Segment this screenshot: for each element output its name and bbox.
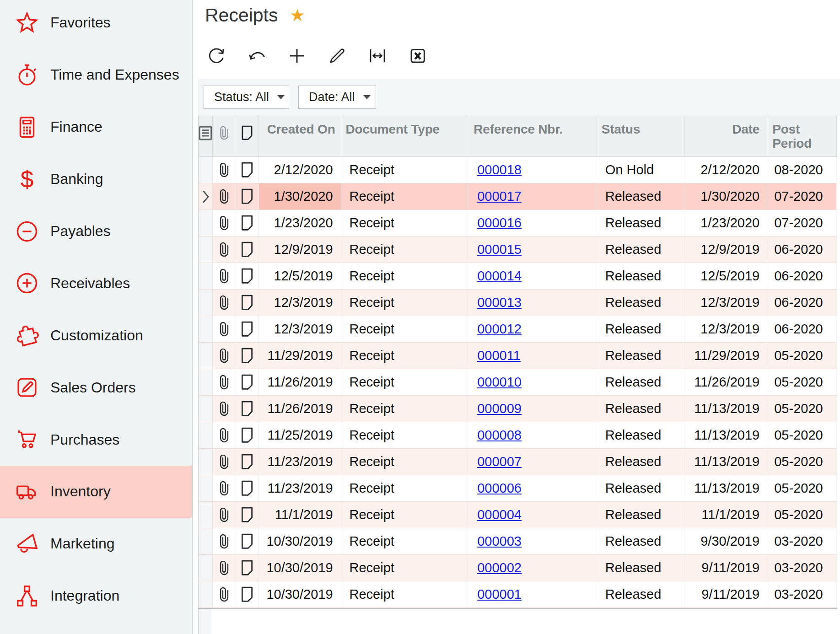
reference-nbr-link[interactable]: 000003 <box>477 534 522 548</box>
document-column-header[interactable] <box>236 116 259 156</box>
reference-nbr-link[interactable]: 000002 <box>477 560 522 575</box>
attachment-cell[interactable] <box>213 369 236 395</box>
sidebar-item-inventory[interactable]: Inventory <box>0 466 192 518</box>
sidebar-item-payables[interactable]: Payables <box>0 205 192 258</box>
attachment-cell[interactable] <box>213 157 236 183</box>
attachment-cell[interactable] <box>213 449 236 475</box>
reference-nbr-link[interactable]: 000008 <box>477 428 522 442</box>
grid-row[interactable]: 11/29/2019Receipt000011Released11/29/201… <box>199 343 837 369</box>
sidebar-item-time-and-expenses[interactable]: Time and Expenses <box>0 49 192 101</box>
grid-row[interactable]: 12/5/2019Receipt000014Released12/5/20190… <box>199 263 837 290</box>
attachment-cell[interactable] <box>213 290 236 316</box>
column-header-document-type[interactable]: Document Type <box>341 116 468 156</box>
sidebar-item-banking[interactable]: $Banking <box>0 153 192 205</box>
grid-row[interactable]: 12/3/2019Receipt000012Released12/3/20190… <box>199 316 837 343</box>
reference-nbr-link[interactable]: 000018 <box>477 162 522 177</box>
reference-nbr-cell: 000018 <box>468 157 597 183</box>
reference-nbr-link[interactable]: 000009 <box>477 401 522 416</box>
sidebar-item-purchases[interactable]: Purchases <box>0 414 192 466</box>
attachment-cell[interactable] <box>213 502 236 528</box>
grid-row[interactable]: 1/23/2020Receipt000016Released1/23/20200… <box>199 210 837 236</box>
reference-nbr-link[interactable]: 000007 <box>477 454 522 469</box>
attachments-column-header[interactable] <box>213 116 236 156</box>
note-cell[interactable] <box>236 343 259 369</box>
column-header-created-on[interactable]: Created On <box>259 116 341 156</box>
grid-row[interactable]: 11/1/2019Receipt000004Released11/1/20190… <box>199 502 837 528</box>
refresh-button[interactable] <box>206 47 226 67</box>
reference-nbr-link[interactable]: 000014 <box>477 269 522 283</box>
column-header-date[interactable]: Date <box>684 116 767 156</box>
note-cell[interactable] <box>236 369 259 395</box>
attachment-cell[interactable] <box>213 183 236 210</box>
note-cell[interactable] <box>236 263 259 289</box>
grid-row[interactable]: 11/23/2019Receipt000006Released11/13/201… <box>199 475 837 502</box>
attachment-cell[interactable] <box>213 236 236 263</box>
attachment-cell[interactable] <box>213 555 236 581</box>
note-cell[interactable] <box>236 449 259 475</box>
attachment-cell[interactable] <box>213 396 236 422</box>
add-button[interactable] <box>287 47 307 67</box>
reference-nbr-link[interactable]: 000017 <box>477 189 522 204</box>
attachment-cell[interactable] <box>213 316 236 342</box>
reference-nbr-link[interactable]: 000016 <box>477 215 522 230</box>
attachment-cell[interactable] <box>213 475 236 501</box>
reference-nbr-link[interactable]: 000015 <box>477 242 522 257</box>
note-cell[interactable] <box>236 475 259 501</box>
grid-row[interactable]: 12/9/2019Receipt000015Released12/9/20190… <box>199 236 837 263</box>
note-cell[interactable] <box>236 210 259 236</box>
note-cell[interactable] <box>236 502 259 528</box>
column-header-reference-nbr[interactable]: Reference Nbr. <box>468 116 597 156</box>
reference-nbr-link[interactable]: 000001 <box>477 587 522 602</box>
note-cell[interactable] <box>236 290 259 316</box>
note-cell[interactable] <box>236 183 259 210</box>
reference-nbr-link[interactable]: 000012 <box>477 322 522 336</box>
note-cell[interactable] <box>236 581 259 607</box>
attachment-cell[interactable] <box>213 343 236 369</box>
sidebar-item-finance[interactable]: Finance <box>0 101 192 153</box>
date-filter-button[interactable]: Date: All <box>298 86 376 109</box>
sidebar-item-receivables[interactable]: Receivables <box>0 257 192 309</box>
note-cell[interactable] <box>236 555 259 581</box>
sidebar-item-favorites[interactable]: Favorites <box>0 0 192 49</box>
grid-row[interactable]: 11/26/2019Receipt000010Released11/26/201… <box>199 369 837 396</box>
attachment-cell[interactable] <box>213 581 236 607</box>
attachment-cell[interactable] <box>213 263 236 289</box>
status-filter-button[interactable]: Status: All <box>204 86 289 109</box>
note-cell[interactable] <box>236 316 259 342</box>
edit-button[interactable] <box>327 47 347 67</box>
attachment-cell[interactable] <box>213 210 236 236</box>
column-header-status[interactable]: Status <box>597 116 685 156</box>
grid-row[interactable]: 10/30/2019Receipt000003Released9/30/2019… <box>199 528 837 555</box>
grid-row[interactable]: 11/26/2019Receipt000009Released11/13/201… <box>199 396 837 422</box>
note-cell[interactable] <box>236 396 259 422</box>
sidebar-item-marketing[interactable]: Marketing <box>0 518 192 570</box>
reference-nbr-link[interactable]: 000011 <box>477 348 521 363</box>
reference-nbr-link[interactable]: 000004 <box>477 507 522 522</box>
grid-row[interactable]: 10/30/2019Receipt000001Released9/11/2019… <box>199 581 837 608</box>
note-cell[interactable] <box>236 528 259 554</box>
reference-nbr-link[interactable]: 000010 <box>477 375 522 389</box>
notes-column-header[interactable] <box>199 116 213 156</box>
column-header-post-period[interactable]: Post Period <box>767 116 837 156</box>
attachment-cell[interactable] <box>213 528 236 554</box>
note-cell[interactable] <box>236 422 259 448</box>
note-cell[interactable] <box>236 236 259 263</box>
row-selector-cell <box>199 183 213 210</box>
fit-width-button[interactable] <box>367 47 388 67</box>
grid-row[interactable]: 11/25/2019Receipt000008Released11/13/201… <box>199 422 837 449</box>
grid-row[interactable]: 12/3/2019Receipt000013Released12/3/20190… <box>199 290 837 316</box>
undo-button[interactable] <box>247 47 267 67</box>
note-cell[interactable] <box>236 157 259 183</box>
reference-nbr-link[interactable]: 000013 <box>477 295 522 310</box>
grid-row[interactable]: 2/12/2020Receipt000018On Hold2/12/202008… <box>199 157 837 183</box>
favorite-star-icon[interactable]: ★ <box>290 7 305 24</box>
reference-nbr-link[interactable]: 000006 <box>477 481 522 495</box>
grid-row[interactable]: 11/23/2019Receipt000007Released11/13/201… <box>199 449 837 475</box>
sidebar-item-customization[interactable]: Customization <box>0 309 192 361</box>
grid-row[interactable]: 1/30/2020Receipt000017Released1/30/20200… <box>199 183 837 210</box>
export-excel-button[interactable] <box>408 47 428 67</box>
sidebar-item-integration[interactable]: Integration <box>0 570 192 622</box>
attachment-cell[interactable] <box>213 422 236 448</box>
sidebar-item-sales-orders[interactable]: Sales Orders <box>0 361 192 414</box>
grid-row[interactable]: 10/30/2019Receipt000002Released9/11/2019… <box>199 555 837 581</box>
